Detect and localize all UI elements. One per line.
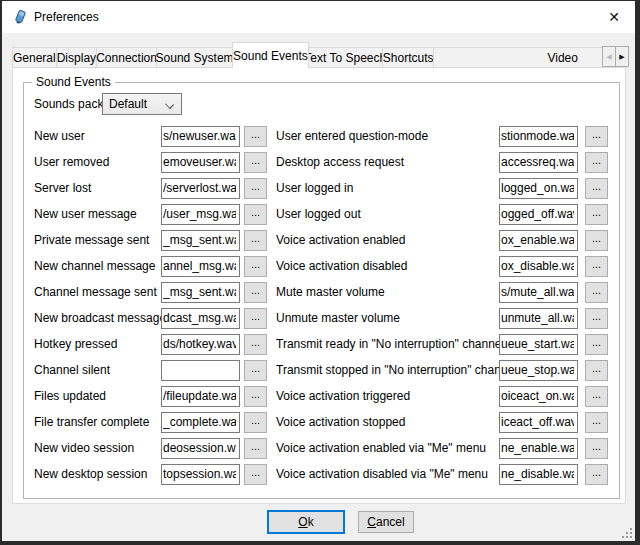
tab-display[interactable]: Display <box>56 47 97 68</box>
event-label: Voice activation enabled <box>276 233 499 247</box>
event-label: User logged out <box>276 207 499 221</box>
sound-file-input[interactable] <box>161 308 240 329</box>
tab-page-sound-events: Sound Events Sounds pack Default New use… <box>12 67 626 504</box>
tab-connection[interactable]: Connection <box>96 47 157 68</box>
sound-file-input[interactable] <box>161 256 240 277</box>
browse-button[interactable]: ... <box>244 386 267 407</box>
event-label: Hotkey pressed <box>34 337 161 351</box>
browse-button[interactable]: ... <box>244 334 267 355</box>
sound-file-input[interactable] <box>161 334 240 355</box>
tab-video[interactable]: Video <box>433 47 603 68</box>
sound-file-input[interactable] <box>499 256 578 277</box>
browse-button[interactable]: ... <box>585 412 608 433</box>
sound-event-rows: New user ... User entered question-mode … <box>34 123 608 487</box>
browse-button[interactable]: ... <box>244 360 267 381</box>
tab-bar: General Display Connection Sound System … <box>12 42 603 68</box>
browse-button[interactable]: ... <box>585 178 608 199</box>
sound-file-input[interactable] <box>499 308 578 329</box>
browse-button[interactable]: ... <box>244 230 267 251</box>
sound-file-input[interactable] <box>161 360 240 381</box>
sound-file-input[interactable] <box>499 204 578 225</box>
sound-file-input[interactable] <box>499 282 578 303</box>
tab-general[interactable]: General <box>12 47 57 68</box>
browse-button[interactable]: ... <box>585 204 608 225</box>
event-label: Unmute master volume <box>276 311 499 325</box>
event-label: New video session <box>34 441 161 455</box>
tab-sound-system[interactable]: Sound System <box>156 47 233 68</box>
browse-button[interactable]: ... <box>585 360 608 381</box>
tab-scroll-left-button[interactable]: ◀ <box>602 46 616 67</box>
sound-file-input[interactable] <box>499 230 578 251</box>
sound-file-input[interactable] <box>161 230 240 251</box>
event-label: Transmit stopped in "No interruption" ch… <box>276 363 499 377</box>
groupbox-title: Sound Events <box>32 75 115 89</box>
sound-file-input[interactable] <box>161 386 240 407</box>
sound-file-input[interactable] <box>499 360 578 381</box>
sound-file-input[interactable] <box>499 464 578 485</box>
resize-grip[interactable] <box>620 526 632 538</box>
event-label: Mute master volume <box>276 285 499 299</box>
titlebar: Preferences ✕ <box>2 1 635 33</box>
tab-sound-events[interactable]: Sound Events <box>232 42 309 68</box>
sound-file-input[interactable] <box>499 386 578 407</box>
browse-button[interactable]: ... <box>585 464 608 485</box>
scroll-right-icon: ▶ <box>619 53 624 60</box>
browse-button[interactable]: ... <box>585 308 608 329</box>
browse-button[interactable]: ... <box>244 438 267 459</box>
event-label: Channel message sent <box>34 285 161 299</box>
browse-button[interactable]: ... <box>585 438 608 459</box>
event-label: User entered question-mode <box>276 129 499 143</box>
tab-scroll-right-button[interactable]: ▶ <box>615 46 629 67</box>
browse-button[interactable]: ... <box>244 308 267 329</box>
sound-file-input[interactable] <box>499 334 578 355</box>
sound-file-input[interactable] <box>499 152 578 173</box>
browse-button[interactable]: ... <box>585 256 608 277</box>
sound-file-input[interactable] <box>499 438 578 459</box>
event-label: Files updated <box>34 389 161 403</box>
browse-button[interactable]: ... <box>244 126 267 147</box>
browse-button[interactable]: ... <box>244 152 267 173</box>
sounds-pack-label: Sounds pack <box>34 97 102 111</box>
browse-button[interactable]: ... <box>585 282 608 303</box>
tab-text-to-speech[interactable]: Text To Speech <box>308 47 383 68</box>
sound-file-input[interactable] <box>161 126 240 147</box>
sound-event-row: New channel message ... Voice activation… <box>34 253 608 279</box>
browse-button[interactable]: ... <box>244 464 267 485</box>
browse-button[interactable]: ... <box>244 282 267 303</box>
sound-event-row: New desktop session ... Voice activation… <box>34 461 608 487</box>
sound-file-input[interactable] <box>161 152 240 173</box>
browse-button[interactable]: ... <box>585 386 608 407</box>
sound-file-input[interactable] <box>161 282 240 303</box>
tab-scroll-buttons: ◀ ▶ <box>603 46 629 67</box>
sound-event-row: Hotkey pressed ... Transmit ready in "No… <box>34 331 608 357</box>
sound-file-input[interactable] <box>161 204 240 225</box>
browse-button[interactable]: ... <box>244 256 267 277</box>
browse-button[interactable]: ... <box>585 126 608 147</box>
sound-file-input[interactable] <box>499 178 578 199</box>
close-button[interactable]: ✕ <box>601 6 627 28</box>
event-label: New user message <box>34 207 161 221</box>
sound-event-row: Server lost ... User logged in ... <box>34 175 608 201</box>
sounds-pack-select[interactable]: Default <box>102 93 182 115</box>
sound-file-input[interactable] <box>499 126 578 147</box>
browse-button[interactable]: ... <box>244 178 267 199</box>
event-label: File transfer complete <box>34 415 161 429</box>
ok-button[interactable]: Ok <box>267 510 345 534</box>
cancel-button[interactable]: Cancel <box>358 511 414 533</box>
tab-shortcuts[interactable]: Shortcuts <box>382 47 435 68</box>
sound-file-input[interactable] <box>161 178 240 199</box>
sound-file-input[interactable] <box>161 412 240 433</box>
browse-button[interactable]: ... <box>244 204 267 225</box>
event-label: New desktop session <box>34 467 161 481</box>
sound-file-input[interactable] <box>161 464 240 485</box>
chevron-down-icon <box>165 100 174 109</box>
browse-button[interactable]: ... <box>585 230 608 251</box>
sound-file-input[interactable] <box>499 412 578 433</box>
browse-button[interactable]: ... <box>585 152 608 173</box>
sound-file-input[interactable] <box>161 438 240 459</box>
browse-button[interactable]: ... <box>244 412 267 433</box>
browse-button[interactable]: ... <box>585 334 608 355</box>
sound-event-row: Private message sent ... Voice activatio… <box>34 227 608 253</box>
sound-event-row: New user message ... User logged out ... <box>34 201 608 227</box>
sounds-pack-value: Default <box>109 97 147 111</box>
